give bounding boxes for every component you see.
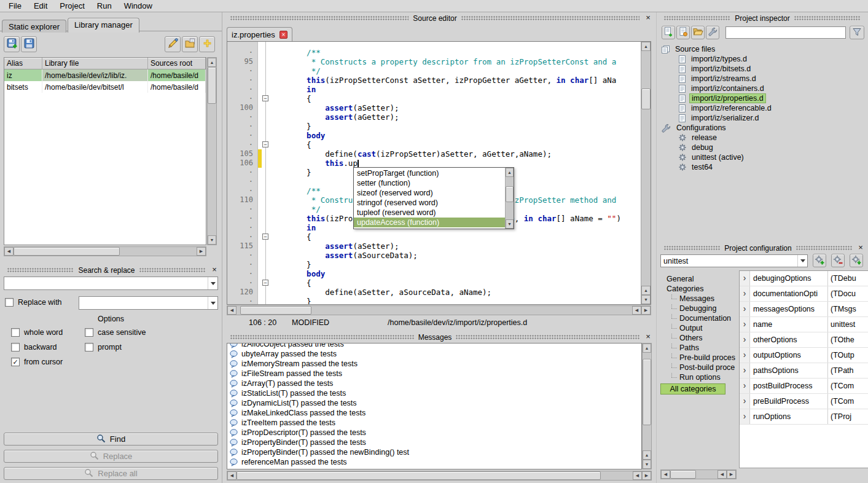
inspector-filter-field[interactable] — [725, 26, 846, 39]
category-debugging[interactable]: Debugging — [660, 304, 738, 313]
expand-arrow-icon[interactable]: › — [740, 286, 750, 301]
message-item[interactable]: izPropertyBinder(T) passed the tests — [227, 438, 641, 447]
scroll-right-arrow[interactable]: ▶ — [727, 470, 736, 479]
message-item[interactable]: izArray(T) passed the tests — [227, 379, 641, 388]
close-messages-panel-button[interactable]: × — [644, 333, 652, 342]
category-messages[interactable]: Messages — [660, 294, 738, 304]
menu-project[interactable]: Project — [53, 0, 90, 12]
checkbox-box[interactable] — [85, 343, 93, 351]
column-header-sources-root[interactable]: Sources root — [148, 58, 206, 69]
checkbox-backward[interactable]: backward — [11, 343, 85, 351]
tree-node-source-files[interactable]: Source files — [662, 44, 864, 54]
scroll-thumb[interactable] — [643, 359, 651, 425]
category-others[interactable]: Others — [660, 333, 738, 343]
category-run-options[interactable]: Run options — [660, 372, 738, 382]
category-documentation[interactable]: Documentation — [660, 313, 738, 323]
inspector-filter-input[interactable] — [726, 27, 845, 38]
expand-arrow-icon[interactable]: › — [740, 409, 750, 424]
close-editor-panel-button[interactable]: × — [644, 14, 652, 23]
editor-tab-iz-properties[interactable]: iz.properties × — [227, 27, 292, 41]
remove-source-button[interactable] — [676, 26, 690, 39]
checkbox-whole-word[interactable]: whole word — [11, 328, 85, 337]
replace-button[interactable]: Replace — [4, 450, 218, 463]
scroll-right-arrow[interactable]: ▶ — [641, 306, 651, 315]
message-item[interactable]: izMakeLinkedClass passed the tests — [227, 408, 641, 418]
scroll-left-arrow[interactable]: ◀ — [227, 471, 237, 480]
property-row-messagesoptions[interactable]: ›messagesOptions(TMsgs — [740, 302, 868, 317]
replace-with-checkbox[interactable]: Replace with — [5, 298, 62, 307]
completion-item-setter-function[interactable]: setter (function) — [354, 178, 505, 188]
add-configuration-button[interactable] — [813, 254, 826, 267]
scroll-left-arrow[interactable]: ◀ — [633, 471, 642, 480]
search-term-input[interactable] — [4, 279, 208, 288]
tab-static-explorer[interactable]: Static explorer — [2, 20, 66, 33]
message-item[interactable]: izTreeItem passed the tests — [227, 418, 641, 428]
checkbox-box[interactable] — [5, 298, 14, 307]
messages-titlebar[interactable]: Messages × — [223, 332, 655, 342]
expand-arrow-icon[interactable]: › — [740, 317, 750, 332]
scroll-thumb[interactable] — [208, 67, 216, 104]
menu-file[interactable]: File — [2, 0, 28, 12]
category-categories[interactable]: Categories — [660, 284, 738, 294]
all-categories-button[interactable]: All categories — [660, 383, 725, 395]
message-item[interactable]: izPropDescriptor(T) passed the tests — [227, 428, 641, 438]
library-table-vscrollbar[interactable]: ▲ ▼ — [207, 57, 217, 245]
scroll-up-arrow[interactable]: ▲ — [641, 42, 651, 51]
checkbox-case-sensitive[interactable]: case sensitive — [85, 328, 214, 337]
column-header-library-file[interactable]: Library file — [42, 58, 148, 69]
search-replace-titlebar[interactable]: Search & replace × — [0, 265, 222, 275]
table-row-iz[interactable]: iz/home/basile/dev/iz/lib/iz./home/basil… — [4, 69, 206, 81]
tree-item-import-iz-containers-d[interactable]: import/iz/containers.d — [662, 84, 864, 93]
tree-node-configurations[interactable]: Configurations — [662, 123, 864, 133]
menu-edit[interactable]: Edit — [28, 0, 53, 12]
scroll-thumb[interactable] — [506, 186, 514, 202]
clone-configuration-button[interactable] — [850, 254, 863, 267]
checkbox-from-cursor[interactable]: ✓from cursor — [11, 358, 85, 366]
scroll-left-arrow[interactable]: ◀ — [661, 470, 670, 479]
messages-hscrollbar[interactable]: ◀ ◀ ▶ — [227, 471, 652, 481]
message-item[interactable]: izPropertyBinder(T) passed the newBindin… — [227, 447, 641, 457]
property-row-prebuildprocess[interactable]: ›preBuildProcess(TCom — [740, 394, 868, 409]
scroll-down-arrow[interactable]: ▼ — [641, 295, 651, 304]
scroll-down-arrow[interactable]: ▼ — [208, 235, 216, 245]
expand-arrow-icon[interactable]: › — [740, 348, 750, 363]
expand-arrow-icon[interactable]: › — [740, 394, 750, 409]
tree-item-import-iz-types-d[interactable]: import/iz/types.d — [662, 54, 864, 64]
scroll-thumb[interactable] — [670, 470, 696, 479]
close-search-panel-button[interactable]: × — [210, 266, 219, 275]
fold-marker[interactable]: − — [262, 234, 268, 240]
configuration-combo-input[interactable] — [661, 257, 797, 265]
scroll-left-arrow[interactable]: ◀ — [717, 470, 727, 479]
add-library-button[interactable] — [199, 36, 215, 52]
tree-item-debug[interactable]: debug — [662, 143, 864, 152]
chevron-down-icon[interactable] — [797, 255, 807, 267]
scroll-left-arrow[interactable]: ◀ — [227, 306, 237, 315]
reload-library-list-button[interactable] — [21, 36, 37, 52]
scroll-up-arrow[interactable]: ▲ — [643, 450, 651, 460]
fold-marker[interactable]: − — [262, 95, 268, 101]
fold-marker[interactable]: − — [262, 280, 268, 286]
messages-list[interactable]: izAllocObject passed the testsubyteArray… — [227, 343, 642, 469]
completion-vscrollbar[interactable]: ▲ ▼ — [505, 168, 514, 229]
message-item[interactable]: izStaticList(T) passed the tests — [227, 388, 641, 398]
scroll-thumb[interactable] — [14, 247, 120, 256]
scroll-down-arrow[interactable]: ▼ — [506, 219, 514, 229]
expand-arrow-icon[interactable]: › — [740, 302, 750, 316]
replace-term-input[interactable] — [79, 299, 208, 307]
editor-vscrollbar[interactable]: ▲ ▲ ▼ — [641, 42, 651, 304]
library-table-hscrollbar[interactable]: ◀ ▶ — [4, 246, 206, 256]
remove-configuration-button[interactable] — [831, 254, 845, 267]
editor-hscrollbar[interactable]: ◀ ◀ ▶ — [227, 305, 651, 315]
completion-item-updateaccess-function[interactable]: updateAccess (function) — [354, 218, 505, 227]
tab-library-manager[interactable]: Library manager — [68, 18, 139, 33]
category-post-build-proce[interactable]: Post-build proce — [660, 363, 738, 372]
menu-window[interactable]: Window — [118, 0, 158, 12]
completion-item-setproptarget-function[interactable]: setPropTarget (function) — [354, 168, 505, 178]
add-source-button[interactable] — [662, 26, 675, 39]
tree-item-import-iz-properties-d[interactable]: import/iz/properties.d — [662, 93, 864, 103]
tree-item-unittest-active[interactable]: unittest (active) — [662, 152, 864, 162]
completion-item-tupleof-reserved-word[interactable]: tupleof (reserved word) — [354, 208, 505, 218]
tree-item-release[interactable]: release — [662, 133, 864, 143]
tree-item-import-iz-referencable-d[interactable]: import/iz/referencable.d — [662, 103, 864, 113]
column-header-alias[interactable]: Alias — [4, 58, 42, 69]
